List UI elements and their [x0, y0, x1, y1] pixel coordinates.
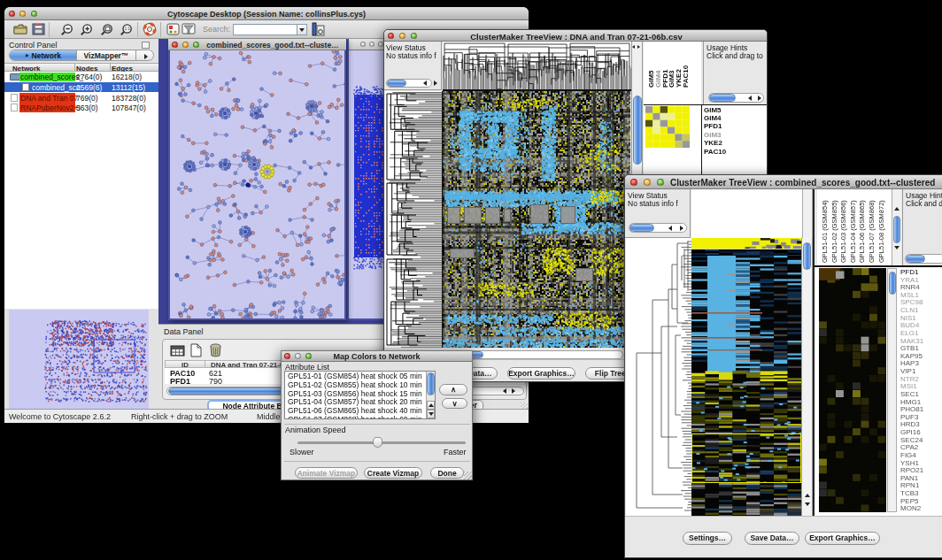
svg-text:1:1: 1:1 — [124, 27, 130, 31]
